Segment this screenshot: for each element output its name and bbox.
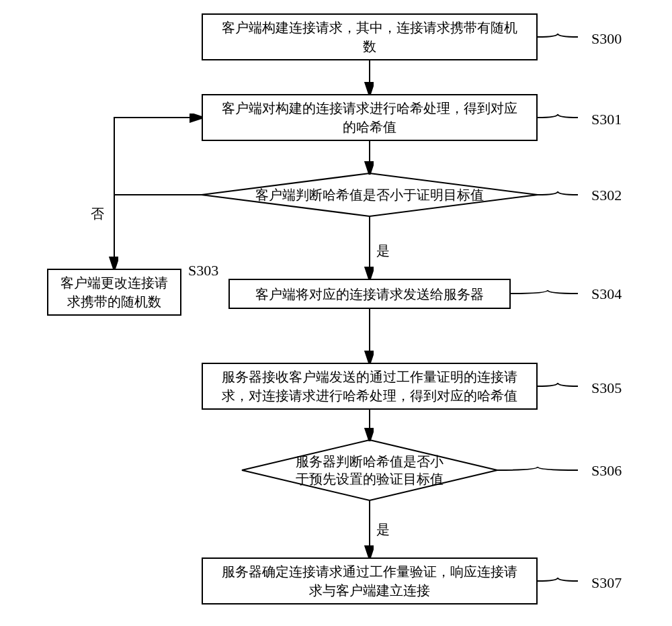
step-s300: 客户端构建连接请求，其中，连接请求携带有随机 数 bbox=[202, 13, 538, 60]
branch-yes2: 是 bbox=[376, 521, 390, 539]
step-s303: 客户端更改连接请 求携带的随机数 bbox=[47, 269, 181, 316]
decision-s302: 客户端判断哈希值是否小于证明目标值 bbox=[202, 173, 538, 216]
label-s301: S301 bbox=[591, 111, 622, 128]
step-text: 客户端将对应的连接请求发送给服务器 bbox=[255, 285, 484, 304]
step-s305: 服务器接收客户端发送的通过工作量证明的连接请 求，对连接请求进行哈希处理，得到对… bbox=[202, 363, 538, 410]
label-s303: S303 bbox=[188, 262, 218, 279]
label-s307: S307 bbox=[591, 574, 622, 592]
step-text: 客户端对构建的连接请求进行哈希处理，得到对应 的哈希值 bbox=[222, 99, 517, 136]
decision-text: 客户端判断哈希值是否小于证明目标值 bbox=[255, 186, 484, 204]
step-text: 客户端更改连接请 求携带的随机数 bbox=[60, 273, 168, 311]
decision-s306: 服务器判断哈希值是否小 于预先设置的验证目标值 bbox=[242, 443, 497, 497]
label-s302: S302 bbox=[591, 187, 622, 204]
label-s304: S304 bbox=[591, 285, 622, 303]
label-s300: S300 bbox=[591, 30, 622, 48]
step-s304: 客户端将对应的连接请求发送给服务器 bbox=[228, 279, 511, 309]
label-s305: S305 bbox=[591, 379, 622, 397]
decision-text: 服务器判断哈希值是否小 于预先设置的验证目标值 bbox=[296, 453, 444, 488]
branch-no: 否 bbox=[91, 205, 104, 223]
step-s301: 客户端对构建的连接请求进行哈希处理，得到对应 的哈希值 bbox=[202, 94, 538, 141]
step-text: 服务器确定连接请求通过工作量验证，响应连接请 求与客户端建立连接 bbox=[222, 562, 517, 600]
step-text: 服务器接收客户端发送的通过工作量证明的连接请 求，对连接请求进行哈希处理，得到对… bbox=[222, 367, 517, 405]
branch-yes1: 是 bbox=[376, 242, 390, 260]
label-s306: S306 bbox=[591, 462, 622, 480]
step-text: 客户端构建连接请求，其中，连接请求携带有随机 数 bbox=[222, 18, 517, 56]
step-s307: 服务器确定连接请求通过工作量验证，响应连接请 求与客户端建立连接 bbox=[202, 557, 538, 605]
